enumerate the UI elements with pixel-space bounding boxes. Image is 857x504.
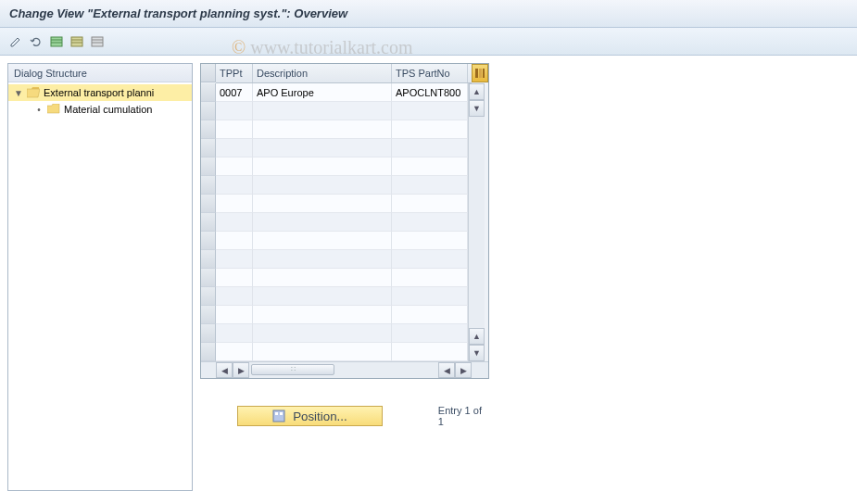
cell-desc[interactable]: [253, 195, 392, 213]
table-row[interactable]: 0007APO EuropeAPOCLNT800: [216, 83, 468, 102]
cell-tppt[interactable]: [216, 213, 253, 232]
table-row[interactable]: [216, 232, 468, 250]
cell-part[interactable]: [392, 324, 468, 343]
scroll-right-inner-button[interactable]: ▶: [233, 362, 249, 378]
cell-desc[interactable]: APO Europe: [253, 83, 392, 102]
position-button[interactable]: Position...: [237, 406, 383, 426]
new-entries-button[interactable]: [69, 33, 85, 50]
cell-desc[interactable]: [253, 232, 392, 250]
cell-desc[interactable]: [253, 250, 392, 269]
vertical-scrollbar[interactable]: ▲ ▼ ▲ ▼: [468, 83, 485, 361]
scroll-down-button-bottom[interactable]: ▼: [469, 345, 485, 361]
table-row[interactable]: [216, 269, 468, 287]
cell-part[interactable]: [392, 158, 468, 176]
horizontal-scrollbar[interactable]: ◀ ▶ ∷ ◀ ▶: [201, 361, 488, 378]
cell-tppt[interactable]: [216, 343, 253, 361]
cell-part[interactable]: [392, 287, 468, 306]
tree-item-external-transport[interactable]: ▼ External transport planni: [8, 84, 192, 101]
table-row[interactable]: [216, 306, 468, 324]
table-row[interactable]: [216, 120, 468, 139]
hscroll-thumb[interactable]: ∷: [251, 364, 334, 375]
caret-down-icon[interactable]: ▼: [14, 88, 23, 97]
row-header[interactable]: [201, 306, 216, 324]
col-header-tppt[interactable]: TPPt: [216, 64, 253, 82]
scroll-left-button[interactable]: ◀: [216, 362, 233, 378]
cell-desc[interactable]: [253, 343, 392, 361]
scroll-down-button[interactable]: ▼: [469, 100, 485, 117]
table-row[interactable]: [216, 195, 468, 213]
cell-desc[interactable]: [253, 324, 392, 343]
table-row[interactable]: [216, 213, 468, 232]
cell-tppt[interactable]: [216, 158, 253, 176]
cell-tppt[interactable]: [216, 269, 253, 287]
cell-part[interactable]: [392, 232, 468, 250]
row-header[interactable]: [201, 139, 216, 158]
row-header[interactable]: [201, 158, 216, 176]
table-row[interactable]: [216, 102, 468, 120]
row-header[interactable]: [201, 250, 216, 269]
row-header[interactable]: [201, 343, 216, 361]
cell-tppt[interactable]: [216, 120, 253, 139]
cell-desc[interactable]: [253, 213, 392, 232]
cell-tppt[interactable]: [216, 250, 253, 269]
cell-desc[interactable]: [253, 287, 392, 306]
grid-corner[interactable]: [201, 64, 216, 82]
toggle-display-button[interactable]: [7, 33, 24, 50]
cell-part[interactable]: [392, 269, 468, 287]
cell-part[interactable]: [392, 343, 468, 361]
cell-part[interactable]: APOCLNT800: [392, 83, 468, 102]
row-header[interactable]: [201, 176, 216, 195]
cell-part[interactable]: [392, 213, 468, 232]
cell-desc[interactable]: [253, 102, 392, 120]
cell-desc[interactable]: [253, 269, 392, 287]
cell-tppt[interactable]: [216, 232, 253, 250]
cell-part[interactable]: [392, 250, 468, 269]
scroll-up-button-bottom[interactable]: ▲: [469, 328, 485, 345]
table-row[interactable]: [216, 250, 468, 269]
row-header[interactable]: [201, 120, 216, 139]
row-header[interactable]: [201, 195, 216, 213]
table-row[interactable]: [216, 343, 468, 361]
row-header[interactable]: [201, 83, 216, 102]
table-row[interactable]: [216, 324, 468, 343]
table-row[interactable]: [216, 158, 468, 176]
row-header[interactable]: [201, 324, 216, 343]
cell-desc[interactable]: [253, 120, 392, 139]
delete-button[interactable]: [89, 33, 106, 50]
col-header-tps-partno[interactable]: TPS PartNo: [392, 64, 468, 82]
cell-tppt[interactable]: [216, 324, 253, 343]
cell-tppt[interactable]: 0007: [216, 83, 253, 102]
table-row[interactable]: [216, 176, 468, 195]
cell-tppt[interactable]: [216, 195, 253, 213]
cell-part[interactable]: [392, 120, 468, 139]
cell-tppt[interactable]: [216, 306, 253, 324]
col-header-description[interactable]: Description: [253, 64, 392, 82]
scroll-right-button[interactable]: ▶: [455, 362, 472, 378]
row-header[interactable]: [201, 287, 216, 306]
row-header[interactable]: [201, 213, 216, 232]
scroll-track[interactable]: [469, 117, 485, 328]
cell-desc[interactable]: [253, 158, 392, 176]
cell-part[interactable]: [392, 176, 468, 195]
cell-part[interactable]: [392, 306, 468, 324]
cell-tppt[interactable]: [216, 176, 253, 195]
cell-part[interactable]: [392, 195, 468, 213]
cell-part[interactable]: [392, 139, 468, 158]
cell-part[interactable]: [392, 102, 468, 120]
undo-button[interactable]: [28, 33, 44, 50]
cell-tppt[interactable]: [216, 139, 253, 158]
cell-tppt[interactable]: [216, 287, 253, 306]
tree-item-material-cumulation[interactable]: • Material cumulation: [8, 101, 192, 118]
scroll-up-button[interactable]: ▲: [469, 83, 485, 100]
row-header[interactable]: [201, 232, 216, 250]
configure-columns-button[interactable]: [472, 64, 488, 82]
scroll-left-inner-button[interactable]: ◀: [438, 362, 455, 378]
cell-desc[interactable]: [253, 306, 392, 324]
cell-tppt[interactable]: [216, 102, 253, 120]
cell-desc[interactable]: [253, 139, 392, 158]
hscroll-track[interactable]: ∷: [249, 362, 438, 378]
row-header[interactable]: [201, 102, 216, 120]
cell-desc[interactable]: [253, 176, 392, 195]
table-row[interactable]: [216, 287, 468, 306]
table-row[interactable]: [216, 139, 468, 158]
